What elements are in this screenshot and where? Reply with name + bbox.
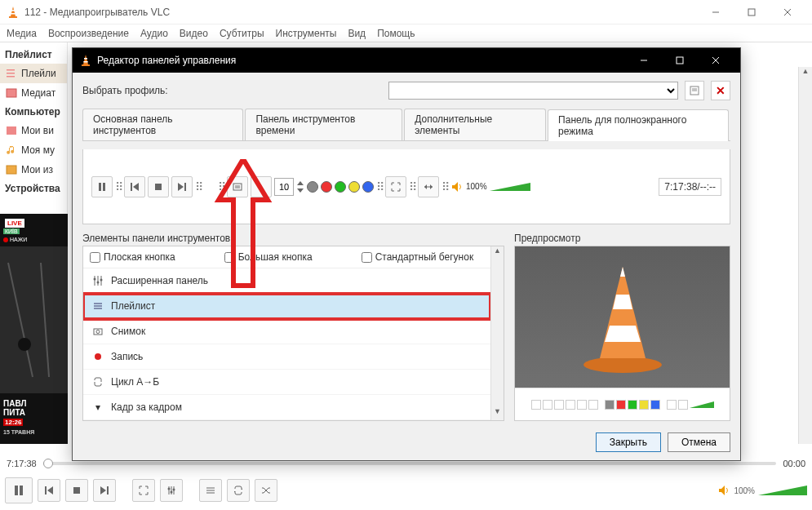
element-item-abloop[interactable]: Цикл А→Б — [83, 370, 490, 395]
playlist-button[interactable] — [199, 479, 222, 502]
tb-next-button[interactable] — [171, 176, 193, 197]
minimize-button[interactable] — [698, 0, 734, 24]
tab-advanced[interactable]: Дополнительные элементы — [404, 109, 546, 140]
menu-playback[interactable]: Воспроизведение — [48, 28, 129, 39]
grip-icon[interactable]: ⠿ — [441, 180, 448, 193]
content-scrollbar[interactable]: ▲ — [798, 67, 812, 444]
dialog-maximize-button[interactable] — [662, 48, 698, 73]
element-options-row: Плоская кнопка Большая кнопка Стандартны… — [83, 246, 490, 268]
sidebar-item-music[interactable]: Моя му — [0, 140, 67, 160]
check-flat-input[interactable] — [90, 252, 100, 263]
speaker-icon[interactable] — [450, 180, 464, 193]
tab-fullscreen[interactable]: Панель для полноэкранного режима — [548, 109, 729, 141]
menu-video[interactable]: Видео — [180, 28, 208, 39]
prev-button[interactable] — [38, 479, 60, 502]
dot-blue-button[interactable] — [362, 181, 374, 193]
fullscreen-button[interactable] — [132, 479, 155, 502]
svg-point-76 — [583, 357, 662, 373]
next-button[interactable] — [93, 479, 116, 502]
main-titlebar: 112 - Медиапроигрыватель VLC — [0, 0, 812, 24]
grip-icon[interactable]: ⠿ — [115, 180, 122, 193]
menu-tools[interactable]: Инструменты — [276, 28, 337, 39]
volume-slider[interactable] — [758, 484, 807, 497]
new-profile-button[interactable] — [685, 81, 704, 100]
menu-media[interactable]: Медиа — [7, 28, 37, 39]
tb-page-spin[interactable] — [274, 178, 294, 196]
mini-btn — [588, 400, 598, 410]
tb-blank-button[interactable] — [251, 176, 272, 197]
scroll-down-icon[interactable]: ▼ — [491, 407, 504, 420]
delete-profile-button[interactable]: ✕ — [711, 81, 730, 100]
check-flat[interactable]: Плоская кнопка — [90, 251, 175, 263]
seek-knob[interactable] — [43, 459, 53, 468]
grip-icon[interactable]: ⠿ — [409, 180, 415, 193]
sidebar-item-media-library[interactable]: Медиат — [0, 83, 67, 103]
tb-pause-button[interactable] — [91, 176, 113, 197]
svg-marker-21 — [47, 486, 53, 494]
dot-red-button[interactable] — [321, 181, 332, 193]
vlc-cone-large-icon — [574, 260, 672, 375]
pause-button[interactable] — [5, 477, 33, 503]
video-frame-icon — [0, 246, 68, 393]
check-native[interactable]: Стандартный бегунок — [362, 251, 474, 263]
spinner-arrows-icon[interactable] — [296, 179, 304, 195]
svg-marker-80 — [605, 326, 641, 342]
seek-track[interactable] — [43, 462, 777, 465]
expand-icon — [424, 182, 433, 192]
tab-time-toolbar[interactable]: Панель инструментов времени — [245, 109, 402, 140]
menu-subtitles[interactable]: Субтитры — [220, 28, 264, 39]
loop-button[interactable] — [227, 479, 250, 502]
element-item-frame[interactable]: ▾ Кадр за кадром — [83, 395, 490, 420]
element-item-advanced[interactable]: Расширенная панель — [83, 268, 490, 294]
element-item-snapshot[interactable]: Снимок — [83, 319, 490, 344]
dot-gray-button[interactable] — [307, 181, 318, 193]
scroll-up-icon[interactable]: ▲ — [491, 246, 504, 259]
dot-green-button[interactable] — [335, 181, 346, 193]
sidebar-item-videos[interactable]: Мои ви — [0, 121, 67, 140]
check-big[interactable]: Большая кнопка — [224, 251, 313, 263]
dialog-minimize-button[interactable] — [626, 48, 662, 73]
check-native-input[interactable] — [362, 252, 372, 263]
elements-scrollbar[interactable]: ▲ ▼ — [490, 246, 504, 420]
menu-audio[interactable]: Аудио — [140, 28, 168, 39]
tb-telex-button[interactable] — [227, 176, 248, 197]
time-total[interactable]: 00:00 — [783, 459, 805, 468]
svg-marker-60 — [424, 184, 427, 189]
sidebar-item-playlist[interactable]: Плейли — [0, 64, 67, 83]
tb-fullscreen-button[interactable] — [385, 176, 406, 197]
profile-select[interactable] — [388, 82, 678, 100]
svg-rect-18 — [15, 486, 18, 495]
close-dialog-button[interactable]: Закрыть — [596, 432, 661, 452]
toolbar-preview-strip[interactable]: ⠿ ⠿ ⠿ ⠿ ⠿ ⠿ 100% 7:17:38/--:-- — [82, 149, 730, 224]
tb-expand-button[interactable] — [418, 176, 439, 197]
menu-view[interactable]: Вид — [348, 28, 366, 39]
grip-icon[interactable]: ⠿ — [376, 180, 383, 193]
element-item-playlist[interactable]: Плейлист — [83, 294, 490, 319]
scroll-up-icon[interactable]: ▲ — [799, 67, 812, 80]
menu-help[interactable]: Помощь — [377, 28, 415, 39]
tb-time-display[interactable]: 7:17:38/--:-- — [659, 178, 721, 196]
grip-icon[interactable]: ⠿ — [218, 180, 224, 193]
maximize-button[interactable] — [734, 0, 770, 24]
sidebar-header-playlist: Плейлист — [0, 46, 67, 64]
volume-control[interactable]: 100% — [717, 484, 807, 497]
check-big-input[interactable] — [224, 252, 235, 263]
svg-rect-9 — [7, 73, 15, 74]
tab-main-toolbar[interactable]: Основная панель инструментов — [82, 109, 243, 140]
elements-list[interactable]: Расширенная панель Плейлист Снимок — [83, 268, 490, 420]
ext-settings-button[interactable] — [160, 479, 183, 502]
sidebar-item-pictures[interactable]: Мои из — [0, 160, 67, 180]
grip-icon[interactable]: ⠿ — [195, 180, 202, 193]
time-elapsed[interactable]: 7:17:38 — [7, 459, 37, 468]
tab-bar: Основная панель инструментов Панель инст… — [82, 109, 730, 141]
close-button[interactable] — [770, 0, 805, 24]
shuffle-button[interactable] — [255, 479, 277, 502]
cancel-dialog-button[interactable]: Отмена — [668, 432, 730, 452]
stop-button[interactable] — [65, 479, 88, 502]
dot-yellow-button[interactable] — [348, 181, 360, 193]
dialog-close-button[interactable] — [698, 48, 734, 73]
element-item-record[interactable]: Запись — [83, 344, 490, 370]
volume-triangle-icon[interactable] — [490, 181, 530, 193]
tb-stop-button[interactable] — [148, 176, 169, 197]
tb-prev-button[interactable] — [124, 176, 145, 197]
